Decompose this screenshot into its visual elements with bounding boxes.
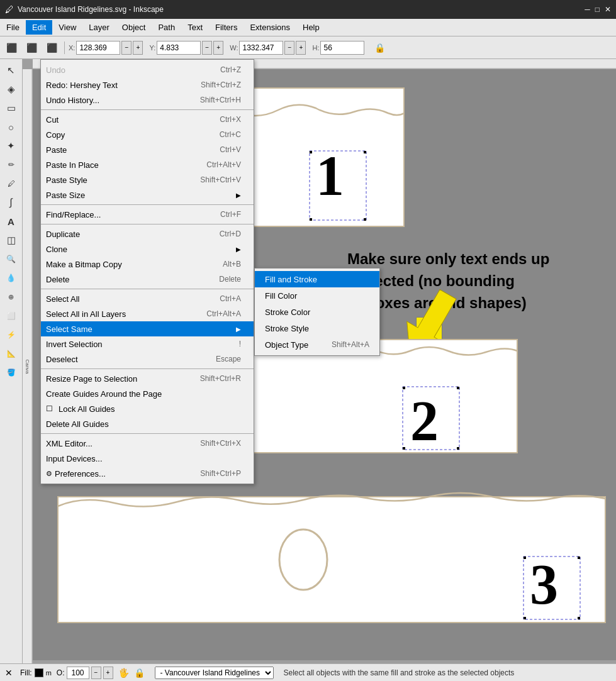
fill-tool[interactable]: 🪣 (3, 363, 20, 381)
deselect-label: Deselect (46, 355, 203, 364)
spray-tool[interactable]: ⊕ (3, 288, 20, 306)
connector-tool[interactable]: ⚡ (3, 326, 20, 343)
paste-in-place-label: Paste In Place (46, 160, 194, 170)
submenu-fill-color[interactable]: Fill Color (255, 287, 379, 304)
menu-item-bitmap-copy[interactable]: Make a Bitmap Copy Alt+B (41, 257, 254, 272)
x-plus-btn[interactable]: + (133, 41, 143, 55)
menu-item-find-replace[interactable]: Find/Replace... Ctrl+F (41, 207, 254, 222)
menu-item-undo[interactable]: Undo Ctrl+Z (41, 62, 254, 77)
stroke-color-label: Stroke Color (265, 307, 310, 317)
pencil-tool[interactable]: ✏ (3, 156, 20, 174)
menu-item-paste[interactable]: Paste Ctrl+V (41, 142, 254, 157)
x-minus-btn[interactable]: − (121, 41, 132, 55)
menu-extensions[interactable]: Extensions (244, 20, 296, 35)
menu-file[interactable]: File (0, 20, 26, 35)
h-input[interactable] (320, 41, 364, 55)
window-title: Vancouver Island Ridgelines.svg - Inksca… (18, 5, 164, 14)
svg-rect-32 (524, 556, 526, 559)
w-minus-btn[interactable]: − (284, 41, 294, 55)
ruler-v-label: Canva (25, 359, 30, 374)
menu-item-duplicate[interactable]: Duplicate Ctrl+D (41, 226, 254, 241)
menu-item-xml-editor[interactable]: XML Editor... Shift+Ctrl+X (41, 436, 254, 451)
menu-item-undo-history[interactable]: Undo History... Shift+Ctrl+H (41, 92, 254, 108)
submenu-stroke-style[interactable]: Stroke Style (255, 320, 379, 336)
menu-item-paste-in-place[interactable]: Paste In Place Ctrl+Alt+V (41, 157, 254, 172)
lock-ratio-btn[interactable]: 🔒 (371, 39, 388, 57)
menu-filters[interactable]: Filters (209, 20, 244, 35)
menu-view[interactable]: View (52, 20, 82, 35)
layer-dropdown[interactable]: - Vancouver Island Ridgelines (155, 667, 274, 679)
menu-item-select-all-layers[interactable]: Select All in All Layers Ctrl+Alt+A (41, 306, 254, 321)
align-left-btn[interactable]: ⬛ (3, 39, 20, 57)
menu-item-lock-guides[interactable]: ☐ Lock All Guides (41, 401, 254, 416)
zoom-tool[interactable]: 🔍 (3, 250, 20, 268)
select-same-label: Select Same (46, 324, 233, 334)
rect-tool[interactable]: ▭ (3, 99, 20, 117)
y-label: Y: (149, 44, 155, 52)
x-close-icon[interactable]: ✕ (5, 668, 13, 678)
y-plus-btn[interactable]: + (213, 41, 223, 55)
opacity-input[interactable] (67, 667, 89, 679)
fill-color-square[interactable] (35, 668, 43, 677)
measure-tool[interactable]: 📐 (3, 345, 20, 362)
menu-item-paste-style[interactable]: Paste Style Shift+Ctrl+V (41, 172, 254, 187)
node-tool[interactable]: ◈ (3, 80, 20, 98)
opacity-group: O: − + (57, 667, 113, 679)
close-btn[interactable]: ✕ (605, 5, 611, 14)
text-tool[interactable]: A (3, 213, 20, 230)
menu-text[interactable]: Text (181, 20, 209, 35)
menu-item-clone[interactable]: Clone ▶ (41, 241, 254, 257)
menu-item-cut[interactable]: Cut Ctrl+X (41, 112, 254, 127)
star-tool[interactable]: ✦ (3, 137, 20, 155)
minimize-btn[interactable]: ─ (585, 5, 590, 14)
submenu-fill-and-stroke[interactable]: Fill and Stroke (255, 271, 379, 287)
align-right-btn[interactable]: ⬛ (43, 39, 60, 57)
menu-item-resize-page[interactable]: Resize Page to Selection Shift+Ctrl+R (41, 371, 254, 386)
menu-item-paste-size[interactable]: Paste Size ▶ (41, 187, 254, 202)
selector-tool[interactable]: ↖ (3, 62, 20, 79)
menu-item-input-devices[interactable]: Input Devices... (41, 451, 254, 466)
menu-item-copy[interactable]: Copy Ctrl+C (41, 127, 254, 142)
gradient-tool[interactable]: ◫ (3, 231, 20, 249)
menu-item-select-all[interactable]: Select All Ctrl+A (41, 291, 254, 306)
input-devices-label: Input Devices... (46, 454, 241, 463)
menu-item-deselect[interactable]: Deselect Escape (41, 352, 254, 367)
menu-help[interactable]: Help (296, 20, 326, 35)
y-input[interactable] (157, 41, 201, 55)
main-layout: ↖ ◈ ▭ ○ ✦ ✏ 🖊 ∫ A ◫ 🔍 💧 ⊕ ⬜ ⚡ 📐 🪣 100 12… (0, 59, 616, 663)
w-plus-btn[interactable]: + (296, 41, 306, 55)
circle-tool[interactable]: ○ (3, 118, 20, 136)
menu-layer[interactable]: Layer (82, 20, 116, 35)
eraser-tool[interactable]: ⬜ (3, 307, 20, 324)
menu-path[interactable]: Path (152, 20, 181, 35)
x-input[interactable] (76, 41, 120, 55)
menu-item-invert-selection[interactable]: Invert Selection ! (41, 336, 254, 352)
paste-size-arrow: ▶ (236, 192, 241, 199)
menu-item-preferences[interactable]: ⚙ Preferences... Shift+Ctrl+P (41, 466, 254, 481)
duplicate-label: Duplicate (46, 230, 207, 239)
delete-shortcut: Delete (206, 275, 241, 284)
menu-object[interactable]: Object (116, 20, 152, 35)
opacity-minus-btn[interactable]: − (91, 667, 101, 679)
menu-edit[interactable]: Edit (26, 20, 52, 35)
w-input[interactable] (239, 41, 283, 55)
submenu-stroke-color[interactable]: Stroke Color (255, 304, 379, 320)
y-coord-group: Y: − + (149, 41, 223, 55)
undo-history-label: Undo History... (46, 96, 188, 105)
sep2 (41, 204, 254, 205)
submenu-object-type[interactable]: Object Type Shift+Alt+A (255, 336, 379, 353)
opacity-plus-btn[interactable]: + (103, 667, 113, 679)
align-center-btn[interactable]: ⬛ (23, 39, 40, 57)
menu-item-delete-guides[interactable]: Delete All Guides (41, 416, 254, 431)
pen-tool[interactable]: 🖊 (3, 175, 20, 192)
layer-selector[interactable]: - Vancouver Island Ridgelines (155, 667, 274, 679)
fill-label: Fill: (20, 668, 32, 677)
maximize-btn[interactable]: □ (595, 5, 600, 14)
y-minus-btn[interactable]: − (202, 41, 212, 55)
menu-item-create-guides[interactable]: Create Guides Around the Page (41, 386, 254, 401)
menu-item-redo[interactable]: Redo: Hershey Text Shift+Ctrl+Z (41, 77, 254, 92)
menu-item-select-same[interactable]: Select Same ▶ (41, 321, 254, 336)
dropper-tool[interactable]: 💧 (3, 269, 20, 287)
menu-item-delete[interactable]: Delete Delete (41, 272, 254, 287)
calligraphy-tool[interactable]: ∫ (3, 194, 20, 211)
